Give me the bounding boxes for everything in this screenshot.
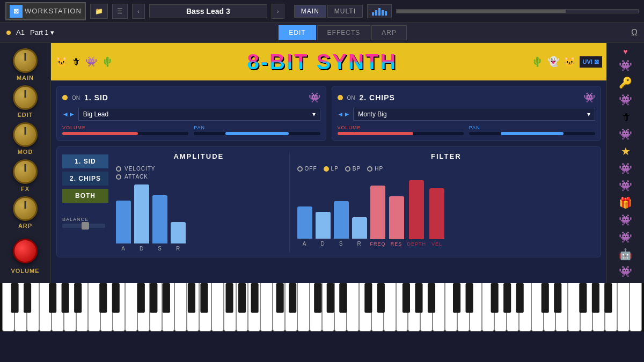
filt-bar-res-fill[interactable] — [389, 196, 404, 239]
tab-edit[interactable]: EDIT — [279, 25, 316, 40]
filt-bar-s-fill[interactable] — [334, 201, 349, 239]
nav-next-button[interactable]: › — [272, 4, 284, 19]
white-key[interactable] — [580, 283, 592, 331]
white-key[interactable] — [384, 283, 396, 331]
knob-main[interactable]: MAIN — [13, 48, 38, 81]
white-key[interactable] — [248, 283, 260, 331]
white-key[interactable] — [507, 283, 519, 331]
white-key[interactable] — [187, 283, 199, 331]
white-key[interactable] — [470, 283, 482, 331]
filt-bar-d-fill[interactable] — [316, 212, 331, 239]
white-key[interactable] — [592, 283, 605, 331]
fx-knob[interactable] — [13, 159, 38, 184]
layer-chips-button[interactable]: 2. CHIPS — [62, 172, 108, 186]
white-key[interactable] — [630, 283, 642, 331]
white-key[interactable] — [174, 283, 187, 331]
knob-mod[interactable]: MOD — [13, 122, 38, 155]
amp-bar-r-fill[interactable] — [171, 222, 186, 243]
white-key[interactable] — [211, 283, 224, 331]
white-key[interactable] — [334, 283, 347, 331]
white-key[interactable] — [162, 283, 174, 331]
white-key[interactable] — [260, 283, 273, 331]
white-key[interactable] — [568, 283, 580, 331]
layer-sid-button[interactable]: 1. SID — [62, 154, 108, 168]
main-knob[interactable] — [13, 48, 38, 73]
filter-off-radio[interactable] — [297, 166, 303, 172]
white-key[interactable] — [544, 283, 556, 331]
white-key[interactable] — [605, 283, 617, 331]
filt-bar-depth-fill[interactable] — [409, 180, 424, 239]
white-key[interactable] — [88, 283, 100, 331]
white-key[interactable] — [310, 283, 322, 331]
amp-bar-a-fill[interactable] — [116, 201, 131, 243]
white-key[interactable] — [359, 283, 371, 331]
osc2-arrow-left[interactable]: ◄► — [338, 110, 350, 118]
white-key[interactable] — [125, 283, 137, 331]
arp-knob[interactable] — [13, 196, 38, 221]
white-key[interactable] — [445, 283, 457, 331]
white-key[interactable] — [137, 283, 150, 331]
nav-prev-button[interactable]: ‹ — [132, 4, 145, 19]
osc1-arrow-left[interactable]: ◄► — [62, 110, 75, 118]
white-key[interactable] — [408, 283, 420, 331]
white-key[interactable] — [113, 283, 125, 331]
filt-bar-r-fill[interactable] — [352, 217, 367, 239]
filt-bar-freq-fill[interactable] — [370, 186, 385, 239]
white-key[interactable] — [52, 283, 64, 331]
white-key[interactable] — [285, 283, 297, 331]
white-key[interactable] — [14, 283, 27, 331]
osc1-preset-dropdown[interactable]: Big Lead ▾ — [78, 108, 320, 121]
velocity-radio[interactable] — [116, 166, 121, 172]
white-key[interactable] — [555, 283, 568, 331]
attack-radio[interactable] — [116, 174, 121, 180]
filt-bar-vel-fill[interactable] — [429, 188, 444, 239]
white-key[interactable] — [150, 283, 162, 331]
white-key[interactable] — [224, 283, 236, 331]
filter-hp-radio[interactable] — [367, 166, 372, 172]
osc2-on-led[interactable] — [338, 95, 343, 100]
folder-button[interactable]: 📁 — [90, 4, 108, 19]
layer-both-button[interactable]: BOTH — [62, 189, 108, 203]
white-key[interactable] — [433, 283, 445, 331]
white-key[interactable] — [494, 283, 507, 331]
white-key[interactable] — [396, 283, 408, 331]
meter-button[interactable] — [367, 4, 392, 18]
white-key[interactable] — [420, 283, 433, 331]
amp-bar-s-fill[interactable] — [152, 195, 167, 243]
balance-slider[interactable] — [62, 224, 105, 228]
osc2-pan-slider[interactable] — [469, 132, 595, 135]
osc2-volume-slider[interactable] — [338, 132, 464, 135]
white-key[interactable] — [100, 283, 113, 331]
white-key[interactable] — [273, 283, 285, 331]
osc1-pan-slider[interactable] — [194, 132, 320, 135]
osc2-preset-dropdown[interactable]: Monty Big ▾ — [353, 108, 595, 121]
white-key[interactable] — [2, 283, 14, 331]
master-slider[interactable] — [396, 9, 639, 13]
osc1-volume-slider[interactable] — [62, 132, 188, 135]
white-key[interactable] — [531, 283, 544, 331]
white-key[interactable] — [64, 283, 76, 331]
white-key[interactable] — [519, 283, 531, 331]
knob-fx[interactable]: FX — [13, 159, 38, 192]
tab-effects[interactable]: EFFECTS — [317, 25, 371, 40]
filter-bp-radio[interactable] — [345, 166, 350, 172]
osc1-on-led[interactable] — [62, 95, 68, 100]
menu-button[interactable]: ☰ — [112, 4, 128, 19]
white-key[interactable] — [76, 283, 89, 331]
knob-edit[interactable]: EDIT — [13, 85, 38, 118]
white-key[interactable] — [236, 283, 248, 331]
part-name[interactable]: Part 1 ▾ — [30, 28, 54, 36]
white-key[interactable] — [347, 283, 359, 331]
edit-knob[interactable] — [13, 85, 38, 110]
white-key[interactable] — [457, 283, 470, 331]
white-key[interactable] — [617, 283, 630, 331]
white-key[interactable] — [39, 283, 52, 331]
multi-button[interactable]: MULTI — [327, 5, 363, 18]
white-key[interactable] — [482, 283, 494, 331]
amp-bar-d-fill[interactable] — [134, 184, 149, 243]
white-key[interactable] — [322, 283, 334, 331]
corner-button[interactable]: Ω — [631, 28, 638, 38]
filt-bar-a-fill[interactable] — [297, 206, 312, 239]
white-key[interactable] — [371, 283, 384, 331]
white-key[interactable] — [297, 283, 310, 331]
